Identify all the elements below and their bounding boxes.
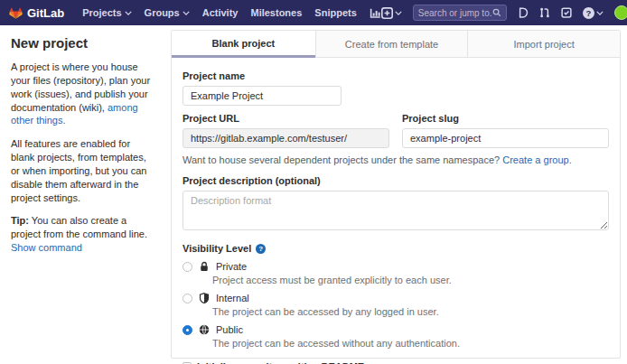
- sidebar-tip: Tip: You can also create a project from …: [11, 214, 155, 255]
- globe-icon: [199, 324, 210, 335]
- avatar: [614, 5, 627, 20]
- project-url-input[interactable]: [182, 128, 389, 148]
- chevron-down-icon: [596, 11, 604, 15]
- private-radio[interactable]: [182, 262, 192, 272]
- project-description-textarea[interactable]: [182, 191, 609, 230]
- brand-name: GitLab: [27, 6, 64, 20]
- page-title: New project: [11, 35, 155, 51]
- blank-project-form: Project name Project URL Project slug Wa…: [172, 58, 620, 364]
- visibility-help-icon[interactable]: ?: [256, 244, 266, 254]
- chevron-down-icon: [395, 11, 402, 15]
- tab-create-from-template[interactable]: Create from template: [315, 31, 468, 58]
- help-icon: ?: [583, 7, 594, 19]
- top-navbar: GitLab Projects Groups Activity Mileston…: [0, 0, 627, 25]
- global-search[interactable]: [413, 5, 507, 21]
- internal-radio[interactable]: [182, 294, 192, 303]
- user-menu-button[interactable]: [614, 5, 627, 20]
- visibility-option-private: Private Project access must be granted e…: [182, 261, 609, 285]
- help-menu-button[interactable]: ?: [583, 7, 604, 19]
- nav-snippets[interactable]: Snippets: [314, 7, 356, 18]
- gitlab-logo[interactable]: GitLab: [9, 6, 64, 20]
- visibility-option-internal: Internal The project can be accessed by …: [182, 293, 609, 317]
- search-icon: [492, 8, 501, 17]
- new-project-panel: Blank project Create from template Impor…: [171, 30, 621, 359]
- page-content: New project A project is where you house…: [0, 25, 627, 364]
- namespace-hint: Want to house several dependent projects…: [182, 154, 609, 165]
- shield-icon: [199, 293, 210, 303]
- chevron-down-icon: [182, 11, 190, 15]
- tab-import-project[interactable]: Import project: [467, 31, 620, 58]
- tab-blank-project[interactable]: Blank project: [172, 31, 315, 58]
- todos-icon[interactable]: [561, 7, 572, 18]
- nav-projects[interactable]: Projects: [82, 7, 131, 18]
- merge-request-icon[interactable]: [539, 7, 550, 18]
- search-input[interactable]: [418, 8, 492, 18]
- project-tabs: Blank project Create from template Impor…: [172, 31, 620, 58]
- nav-milestones[interactable]: Milestones: [250, 7, 302, 18]
- create-group-link[interactable]: Create a group.: [502, 154, 571, 165]
- show-command-link[interactable]: Show command: [11, 242, 82, 253]
- sidebar-intro: A project is where you house your files …: [11, 61, 155, 127]
- project-url-label: Project URL: [182, 113, 389, 124]
- issues-icon[interactable]: [518, 7, 529, 18]
- visibility-level-label: Visibility Level ?: [182, 243, 609, 254]
- new-menu-button[interactable]: [381, 7, 402, 19]
- public-radio[interactable]: [182, 325, 192, 335]
- nav-groups[interactable]: Groups: [145, 7, 190, 18]
- chart-icon[interactable]: [370, 7, 381, 19]
- project-name-label: Project name: [182, 70, 609, 81]
- lock-icon: [199, 261, 210, 272]
- tanuki-icon: [9, 6, 23, 20]
- project-name-input[interactable]: [182, 86, 342, 106]
- chevron-down-icon: [125, 11, 132, 15]
- sidebar-features: All features are enabled for blank proje…: [11, 137, 155, 204]
- nav-activity[interactable]: Activity: [202, 7, 239, 18]
- project-description-label: Project description (optional): [182, 175, 609, 186]
- sidebar-description: New project A project is where you house…: [11, 30, 164, 359]
- project-slug-input[interactable]: [402, 128, 609, 148]
- plus-square-icon: [381, 7, 393, 19]
- project-slug-label: Project slug: [402, 113, 609, 124]
- visibility-option-public: Public The project can be accessed witho…: [182, 324, 609, 349]
